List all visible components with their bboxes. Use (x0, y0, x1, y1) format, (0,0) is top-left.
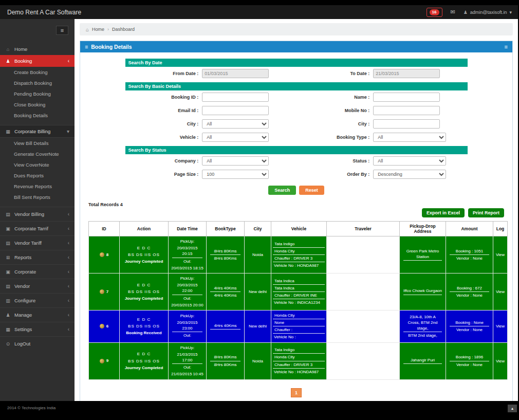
log-cell: View (493, 236, 508, 273)
city-input[interactable] (373, 119, 440, 129)
booking-id-value: 9 (106, 359, 108, 363)
booktype-line1: 8Hrs 80Kms (210, 248, 240, 255)
section-header-date: Search By Date (125, 59, 468, 67)
order-by-select[interactable]: Descending (373, 170, 446, 179)
breadcrumb-separator: › (107, 27, 109, 32)
sidebar-item-reports[interactable]: ⊞ Reports ‹ (0, 250, 75, 264)
email-input[interactable] (202, 106, 269, 115)
sidebar-item-generate-covernote[interactable]: Generate CoverNote (0, 149, 75, 159)
sidebar-item-booking[interactable]: ♟ Booking ‹ (0, 55, 75, 67)
notification-badge: 16 (430, 9, 439, 15)
sidebar-toggle-button[interactable]: ≡ (56, 26, 68, 35)
chevron-left-icon: ‹ (68, 240, 69, 246)
sidebar-item-logout[interactable]: ⊙ LogOut (0, 336, 75, 351)
booktype-line1: 4Hrs 40Kms (210, 285, 240, 292)
sidebar: ≡ ⌂ Home ♟ Booking ‹ Create Booking Disp… (0, 19, 75, 401)
sidebar-item-view-bill-details[interactable]: View Bill Details (0, 138, 75, 149)
datetime-cell: PickUp: 20/03/2015 22:00 Out: 20/03/2015… (169, 273, 207, 310)
sidebar-item-view-covernote[interactable]: View CoverNote (0, 159, 75, 170)
action-links-primary[interactable]: E D C (121, 351, 167, 357)
action-links-secondary[interactable]: BS DS IIS OS (121, 323, 167, 330)
chart-icon: ▥ (5, 298, 11, 303)
pagination-page-1[interactable]: 1 (291, 388, 302, 397)
vehicle-select[interactable]: All (202, 133, 269, 142)
sidebar-item-bill-sent-reports[interactable]: Bill Sent Reports (0, 192, 75, 203)
amount-vendor: Vendor : None (447, 292, 492, 299)
record-icon (100, 252, 104, 257)
view-log-link[interactable]: View (496, 289, 505, 294)
action-links-secondary[interactable]: BS DS IIS OS (121, 358, 167, 364)
export-excel-button[interactable]: Export in Excel (422, 208, 465, 217)
search-button[interactable]: Search (268, 186, 296, 195)
action-links-primary[interactable]: E D C (121, 316, 167, 323)
sidebar-item-close-booking[interactable]: Close Booking (0, 99, 75, 110)
sidebar-item-create-booking[interactable]: Create Booking (0, 67, 75, 78)
status-select[interactable]: All (373, 156, 446, 166)
booking-id-input[interactable] (202, 93, 269, 102)
booktype-line2: 8Hrs 80Kms (208, 361, 243, 368)
sidebar-item-vendor-billing[interactable]: ▤ Vendor Billing ‹ (0, 207, 75, 221)
sidebar-item-vendor-tariff[interactable]: ▤ Vendor Tariff ‹ (0, 235, 75, 250)
panel-header: ≡ Booking Details ≡ (80, 41, 512, 52)
sidebar-item-corporate[interactable]: ▣ Corporate ‹ (0, 264, 75, 279)
user-email: admin@taxisoft.in (470, 10, 507, 15)
panel-menu-icon[interactable]: ≡ (505, 44, 508, 50)
chevron-left-icon: ‹ (68, 211, 69, 217)
city-select[interactable]: All (202, 119, 269, 129)
traveler-cell (327, 342, 400, 379)
reset-button[interactable]: Reset (299, 186, 324, 195)
booking-type-select[interactable]: All (373, 133, 446, 142)
amount-cell: Booking : 1896 Vendor : None (446, 342, 493, 379)
booking-status: Journey Completed (121, 258, 167, 265)
sidebar-item-corporate-billing[interactable]: ▦ Corporate Billing ▾ (0, 125, 75, 138)
copyright-text: 2014 © Technologies India (7, 406, 55, 410)
action-links-primary[interactable]: E D C (121, 245, 167, 251)
messages-button[interactable]: ✉ (451, 9, 455, 15)
chauffer-line: Chauffer : DRIVER 3 (273, 255, 325, 262)
sidebar-item-manage[interactable]: ♟ Manage ‹ (0, 307, 75, 322)
sidebar-item-configure[interactable]: ▥ Configure ‹ (0, 293, 75, 307)
action-links-primary[interactable]: E D C (121, 282, 167, 288)
sidebar-item-corporate-tarrif[interactable]: ▣ Corporate Tarrif ‹ (0, 221, 75, 235)
company-select[interactable]: All (202, 156, 269, 166)
name-label: Name : (296, 95, 374, 100)
name-input[interactable] (373, 93, 440, 102)
vehicle-no-line: Vehicle No : (272, 334, 325, 340)
breadcrumb-home-link[interactable]: Home (92, 27, 104, 32)
to-date-input[interactable] (373, 69, 440, 78)
col-header-amount: Amount (446, 222, 493, 236)
scroll-to-top-button[interactable]: ▴ (508, 405, 517, 412)
out-label: Out: (170, 258, 205, 265)
sidebar-item-vendor[interactable]: ▤ Vendor ‹ (0, 279, 75, 293)
sidebar-item-label: Vendor (14, 283, 30, 289)
sidebar-item-pending-booking[interactable]: Pending Booking (0, 88, 75, 99)
sidebar-item-dues-reports[interactable]: Dues Reports (0, 170, 75, 181)
view-log-link[interactable]: View (496, 359, 505, 363)
sidebar-item-home[interactable]: ⌂ Home (0, 43, 75, 55)
pickup-time: 20/03/2015 20:15 (172, 245, 202, 258)
view-log-link[interactable]: View (496, 252, 505, 257)
sidebar-item-dispatch-booking[interactable]: Dispatch Booking (0, 78, 75, 88)
from-date-input[interactable] (202, 69, 269, 78)
amount-cell: Booking : None Vendor : None (446, 310, 493, 342)
action-links-secondary[interactable]: BS DS IIS OS (121, 288, 167, 295)
sidebar-item-label: Manage (14, 312, 32, 318)
sidebar-item-label: Corporate Billing (14, 129, 50, 134)
sidebar-item-label: LogOut (14, 341, 30, 346)
vehicle-cell: Honda City None Chauffer : Vehicle No : (271, 310, 327, 342)
col-header-traveler: Traveler (327, 222, 400, 236)
notifications-button[interactable]: 16 (427, 8, 442, 17)
action-links-secondary[interactable]: BS DS IIS OS (121, 251, 167, 258)
sidebar-item-booking-details[interactable]: Booking Details (0, 110, 75, 121)
bookings-table: ID Action Date Time BookType City Vehicl… (88, 221, 508, 380)
list-icon: ▤ (5, 284, 11, 289)
datetime-cell: PickUp: 20/03/2015 23:00 Out: (169, 310, 207, 342)
page-size-select[interactable]: 100 (202, 170, 269, 179)
sidebar-item-settings[interactable]: ▦ Settings ‹ (0, 322, 75, 336)
view-log-link[interactable]: View (496, 324, 505, 328)
print-report-button[interactable]: Print Report (468, 208, 504, 217)
mobile-input[interactable] (373, 106, 440, 115)
sidebar-item-revenue-reports[interactable]: Revenue Reports (0, 181, 75, 192)
address-cell: 23/A-8, 10th A Cross, BTM 2nd stage, BTM… (400, 310, 446, 342)
user-menu[interactable]: ♟ admin@taxisoft.in ▾ (464, 10, 512, 15)
